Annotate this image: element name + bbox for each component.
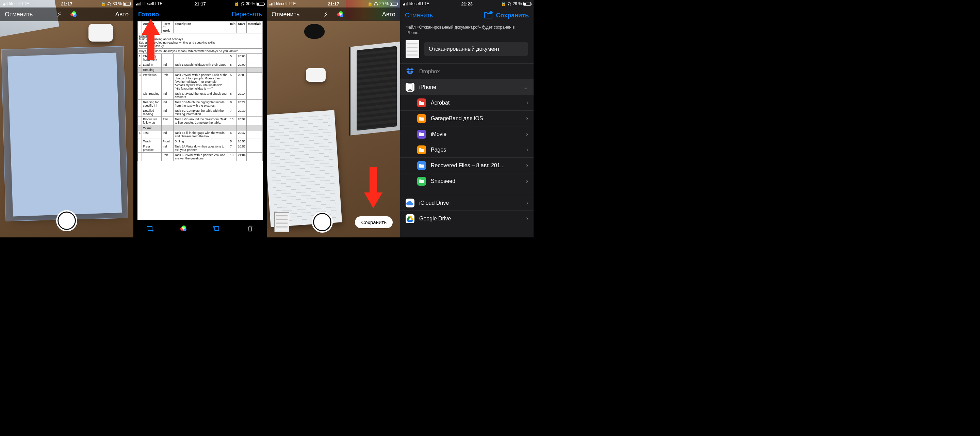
location-label: Pages — [431, 147, 446, 153]
table-row: 2Lead-inIndTask 1 Match holidays with th… — [138, 62, 263, 67]
dropbox-icon — [406, 67, 414, 76]
folder-icon — [417, 177, 426, 186]
svg-marker-21 — [408, 220, 414, 222]
location-dropbox[interactable]: Dropbox — [400, 63, 533, 79]
battery-percent: 30 % — [113, 2, 122, 6]
cancel-button[interactable]: Отменить — [405, 12, 433, 19]
scan-thumbnail[interactable] — [274, 212, 289, 232]
chevron-right-icon: › — [526, 215, 528, 222]
folder-icon — [417, 145, 426, 154]
location-child[interactable]: Recovered Files – 8 авг. 201...› — [400, 157, 533, 173]
table-header — [138, 21, 142, 34]
location-child[interactable]: GarageBand для iOS› — [400, 110, 533, 126]
battery-percent: 30 % — [246, 2, 255, 6]
signal-icon — [136, 2, 141, 5]
table-row: Reading — [138, 67, 263, 73]
location-child[interactable]: Pages› — [400, 142, 533, 157]
flash-icon[interactable]: ⚡︎ — [324, 10, 328, 18]
location-label: Snapseed — [431, 178, 455, 184]
auto-mode-button[interactable]: Авто — [115, 11, 129, 18]
location-label: iCloud Drive — [419, 200, 449, 206]
filename-row: Отсканированный документ — [400, 39, 533, 63]
status-bar: lifecell LTE 21:17 🔒 30 % — [0, 0, 134, 8]
location-icloud[interactable]: iCloud Drive › — [400, 195, 533, 211]
status-bar: lifecell LTE 21:17 🔒 29 % — [267, 0, 400, 8]
location-label: Google Drive — [419, 216, 451, 222]
scan-detection-overlay — [1, 46, 128, 221]
chevron-right-icon: › — [526, 177, 528, 185]
save-navbar: Отменить Сохранить — [400, 8, 533, 23]
rotate-icon[interactable] — [212, 224, 221, 233]
folder-icon — [417, 130, 426, 139]
flash-icon[interactable]: ⚡︎ — [57, 10, 62, 18]
signal-icon — [269, 2, 275, 5]
status-bar: lifecell LTE 21:23 🔒 29 % — [400, 0, 533, 8]
svg-rect-9 — [508, 4, 508, 5]
svg-point-18 — [410, 89, 410, 90]
filters-icon[interactable] — [337, 11, 343, 18]
location-iphone[interactable]: iPhone ⌄ — [400, 79, 533, 95]
trash-icon[interactable] — [245, 224, 255, 233]
cancel-button[interactable]: Отменить — [5, 11, 33, 18]
table-row: Gist readingIndTask 3A Read the texts an… — [138, 91, 263, 100]
shutter-button[interactable] — [312, 212, 333, 233]
location-child[interactable]: iMovie› — [400, 126, 533, 142]
clock: 21:17 — [61, 2, 72, 6]
chevron-right-icon: › — [526, 199, 528, 206]
crop-icon[interactable] — [145, 224, 155, 233]
table-row: Freer practiceIndTask 6A Write down five… — [138, 144, 263, 153]
battery-icon — [256, 2, 264, 6]
svg-rect-0 — [108, 4, 108, 5]
save-button[interactable]: Сохранить — [355, 216, 393, 228]
cancel-button[interactable]: Отменить — [272, 11, 299, 18]
signal-icon — [3, 2, 8, 5]
folder-icon — [417, 99, 426, 107]
location-label: Acrobat — [431, 100, 450, 106]
chevron-down-icon: ⌄ — [523, 83, 528, 91]
new-folder-icon[interactable] — [484, 11, 493, 20]
location-child[interactable]: Snapseed› — [400, 173, 533, 189]
table-header: Start — [237, 21, 247, 34]
filters-icon[interactable] — [179, 224, 188, 233]
battery-icon — [390, 2, 398, 6]
location-child[interactable]: Acrobat› — [400, 95, 533, 110]
annotation-arrow-up — [142, 19, 160, 60]
location-label: iMovie — [431, 131, 447, 137]
lock-icon: 🔒 — [501, 2, 506, 6]
table-row: Reading for specific infIndTask 3B Match… — [138, 100, 263, 108]
chevron-right-icon: › — [526, 162, 528, 169]
airpods-case — [306, 68, 326, 82]
table-header: description — [173, 21, 229, 34]
shutter-button[interactable] — [56, 210, 77, 231]
screen-save-location: lifecell LTE 21:23 🔒 29 % Отменить Сохра… — [400, 0, 533, 237]
filters-icon[interactable] — [70, 11, 76, 18]
done-button[interactable]: Готово — [138, 11, 159, 18]
carrier-label: lifecell — [143, 2, 154, 6]
folder-icon — [417, 161, 426, 170]
airpods-case — [89, 24, 113, 42]
svg-rect-10 — [510, 4, 511, 5]
carrier-label: lifecell — [409, 2, 421, 6]
chevron-right-icon: › — [526, 131, 528, 137]
location-gdrive[interactable]: Google Drive › — [400, 211, 533, 226]
headphones-icon — [240, 2, 245, 6]
battery-percent: 29 % — [513, 2, 522, 6]
table-header: min — [229, 21, 237, 34]
signal-icon — [403, 2, 408, 5]
screen-scan-save: lifecell LTE 21:17 🔒 29 % Отменить ⚡︎ Ав… — [267, 0, 400, 237]
retake-button[interactable]: Переснять — [232, 11, 262, 18]
save-message: Файл «Отсканированный документ.pdf» буде… — [400, 23, 533, 39]
svg-rect-7 — [377, 4, 377, 5]
filename-field[interactable]: Отсканированный документ — [424, 42, 528, 56]
svg-marker-13 — [410, 68, 414, 70]
network-label: LTE — [288, 2, 296, 6]
save-button[interactable]: Сохранить — [496, 12, 529, 19]
auto-mode-button[interactable]: Авто — [382, 11, 395, 18]
preview-toolbar — [134, 220, 267, 237]
file-thumbnail — [406, 40, 419, 58]
location-label: Dropbox — [419, 69, 440, 75]
location-label: GarageBand для iOS — [431, 115, 483, 121]
network-label: LTE — [155, 2, 162, 6]
screen-scan-camera: lifecell LTE 21:17 🔒 30 % Отменить ⚡︎ Ав… — [0, 0, 134, 237]
svg-marker-12 — [406, 68, 410, 70]
